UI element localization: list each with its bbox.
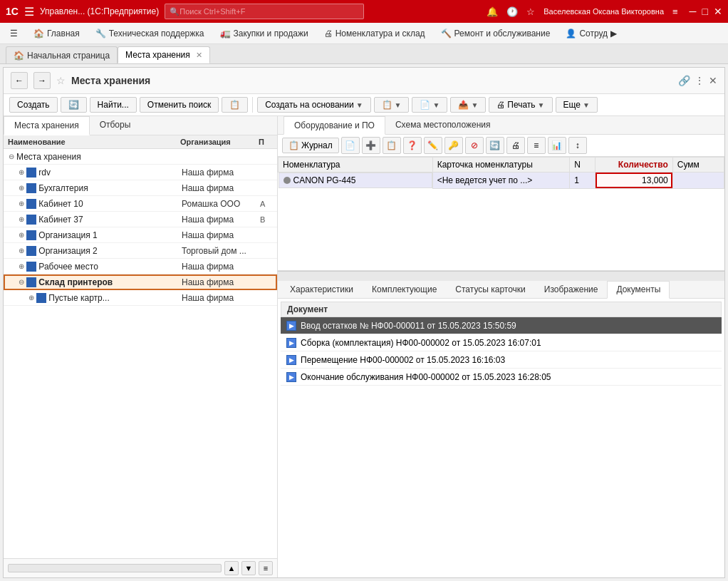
favorite-button[interactable]: ☆ <box>56 75 66 86</box>
rt-btn-key[interactable]: 🔑 <box>444 137 463 154</box>
rt-btn-print2[interactable]: 🖨 <box>506 137 525 154</box>
folder-icon <box>26 168 36 178</box>
org2-expander[interactable]: ⊕ <box>16 247 26 254</box>
root-expander[interactable]: ⊖ <box>6 153 16 160</box>
global-search[interactable]: 🔍 Поиск Ctrl+Shift+F <box>165 4 364 19</box>
create-based-button[interactable]: Создать на основании ▼ <box>257 97 370 113</box>
cell-card: <Не ведется учет по ...> <box>432 173 570 189</box>
create-button[interactable]: Создать <box>9 97 58 113</box>
menu-purchases[interactable]: 🚛 Закупки и продажи <box>213 26 316 41</box>
close-button[interactable]: ✕ <box>714 6 722 17</box>
doc-item-4[interactable]: ▶ Окончание обслуживания НФ00-000002 от … <box>281 369 722 386</box>
sort-down-button[interactable]: ▼ <box>241 561 256 575</box>
tree-item-org1[interactable]: ⊕ Организация 1 Наша фирма <box>4 227 277 243</box>
print-list-button[interactable]: 📋 <box>222 97 248 113</box>
tree-item-accounting[interactable]: ⊕ Бухгалтерия Наша фирма <box>4 180 277 196</box>
journal-button[interactable]: 📋 Журнал <box>282 138 339 153</box>
tab-characteristics[interactable]: Характеристики <box>281 281 363 298</box>
menu-nomenclature[interactable]: 🖨 Номенклатура и склад <box>317 26 432 41</box>
tree-item-workplace[interactable]: ⊕ Рабочее место Наша фирма <box>4 259 277 274</box>
star-icon[interactable]: ☆ <box>526 6 535 17</box>
rt-btn-refresh[interactable]: 🔄 <box>486 137 504 154</box>
tab-image[interactable]: Изображение <box>535 281 608 298</box>
tab-storage-places[interactable]: Места хранения <box>4 116 90 135</box>
back-button[interactable]: ← <box>11 72 28 89</box>
rt-btn-doc[interactable]: 📄 <box>341 137 360 154</box>
clock-icon[interactable]: 🕐 <box>506 6 518 17</box>
icon-btn-1[interactable]: 📋▼ <box>374 97 410 113</box>
tab-components[interactable]: Комплектующие <box>363 281 446 298</box>
rt-btn-stop[interactable]: ⊘ <box>465 137 484 154</box>
tab-storage[interactable]: Места хранения ✕ <box>118 46 210 63</box>
tab-schema[interactable]: Схема местоположения <box>385 116 501 134</box>
key-icon: 🔑 <box>448 140 459 150</box>
horizontal-scrollbar[interactable] <box>8 564 222 572</box>
workplace-label: Рабочее место <box>38 262 182 272</box>
tab-equipment[interactable]: Оборудование и ПО <box>284 116 385 135</box>
tab-close-icon[interactable]: ✕ <box>196 51 202 60</box>
menu-toggle[interactable]: ☰ <box>3 26 25 41</box>
tree-root[interactable]: ⊖ Места хранения <box>4 149 277 165</box>
icon-btn-3[interactable]: 📤▼ <box>450 97 486 113</box>
tree-item-office10[interactable]: ⊕ Кабинет 10 Ромашка ООО А <box>4 196 277 212</box>
workplace-expander[interactable]: ⊕ <box>16 262 26 270</box>
office37-expander[interactable]: ⊕ <box>16 215 26 223</box>
rdv-expander[interactable]: ⊕ <box>16 168 26 176</box>
print-button[interactable]: 🖨 Печать ▼ <box>489 97 552 113</box>
table-h-scrollbar[interactable] <box>278 271 724 281</box>
office10-expander[interactable]: ⊕ <box>16 200 26 207</box>
table-row[interactable]: CANON PG-445 <Не ведется учет по ...> 1 … <box>279 173 724 189</box>
rt-btn-help[interactable]: ❓ <box>403 137 422 154</box>
sort-options-button[interactable]: ≡ <box>259 561 273 575</box>
cartridges-label: Пустые картр... <box>48 293 182 303</box>
cartridges-expander[interactable]: ⊕ <box>26 294 36 302</box>
icon-btn-2[interactable]: 📄▼ <box>412 97 447 113</box>
menu-staff[interactable]: 👤 Сотруд ▶ <box>558 26 624 41</box>
tree-item-empty-cartridges[interactable]: ⊕ Пустые картр... Наша фирма <box>4 290 277 306</box>
forward-button[interactable]: → <box>33 72 51 89</box>
tree-item-rdv[interactable]: ⊕ rdv Наша фирма <box>4 165 277 180</box>
cell-qty: 13,000 <box>596 173 672 189</box>
doc-icon: 📄 <box>420 100 430 110</box>
doc-item-3[interactable]: ▶ Перемещение НФ00-000002 от 15.05.2023 … <box>281 351 722 369</box>
tree-item-printer-storage[interactable]: ⊖ Склад принтеров Наша фирма <box>4 274 277 290</box>
tab-filters[interactable]: Отборы <box>90 116 141 135</box>
storage-expander[interactable]: ⊖ <box>16 278 26 286</box>
hamburger-icon[interactable]: ☰ <box>24 5 34 19</box>
close-window-icon[interactable]: ✕ <box>709 75 717 86</box>
cancel-search-button[interactable]: Отменить поиск <box>140 97 219 113</box>
bell-icon[interactable]: 🔔 <box>487 6 498 17</box>
rt-btn-sort[interactable]: ↕ <box>568 137 587 154</box>
org1-expander[interactable]: ⊕ <box>16 231 26 239</box>
menu-support[interactable]: 🔧 Техническая поддержка <box>88 26 212 41</box>
rt-btn-list[interactable]: ≡ <box>527 137 546 154</box>
col-p-header: П <box>259 138 273 146</box>
tree-item-org2[interactable]: ⊕ Организация 2 Торговый дом ... <box>4 243 277 259</box>
minimize-button[interactable]: ─ <box>690 6 697 17</box>
menu-home[interactable]: 🏠 Главная <box>26 26 87 41</box>
office10-p: А <box>260 200 274 208</box>
sort-up-button[interactable]: ▲ <box>224 561 239 575</box>
find-button[interactable]: Найти... <box>90 97 137 113</box>
more-button[interactable]: Еще ▼ <box>556 97 598 113</box>
doc-item-1[interactable]: ▶ Ввод остатков № НФ00-000011 от 15.05.2… <box>281 317 722 334</box>
tree-item-office37[interactable]: ⊕ Кабинет 37 Наша фирма В <box>4 212 277 227</box>
accounting-org: Наша фирма <box>182 183 260 193</box>
rt-btn-edit[interactable]: ✏️ <box>424 137 442 154</box>
accounting-expander[interactable]: ⊕ <box>16 184 26 192</box>
rt-btn-table[interactable]: 📊 <box>548 137 566 154</box>
refresh-button[interactable]: 🔄 <box>61 97 87 113</box>
left-panel-footer: ▲ ▼ ≡ <box>4 558 277 577</box>
rt-btn-add[interactable]: ➕ <box>362 137 380 154</box>
rt-btn-copy[interactable]: 📋 <box>383 137 401 154</box>
menu-repair[interactable]: 🔨 Ремонт и обслуживание <box>434 26 558 41</box>
more-icon[interactable]: ⋮ <box>695 75 704 86</box>
tab-home[interactable]: 🏠 Начальная страница <box>6 46 118 63</box>
menu-lines-icon[interactable]: ≡ <box>672 6 678 17</box>
maximize-button[interactable]: □ <box>702 6 708 17</box>
doc-item-2[interactable]: ▶ Сборка (комплектация) НФ00-000002 от 1… <box>281 334 722 351</box>
tab-documents[interactable]: Документы <box>607 281 670 299</box>
root-label: Места хранения <box>16 152 274 162</box>
tab-card-status[interactable]: Статусы карточки <box>446 281 534 298</box>
link-icon[interactable]: 🔗 <box>678 75 690 86</box>
